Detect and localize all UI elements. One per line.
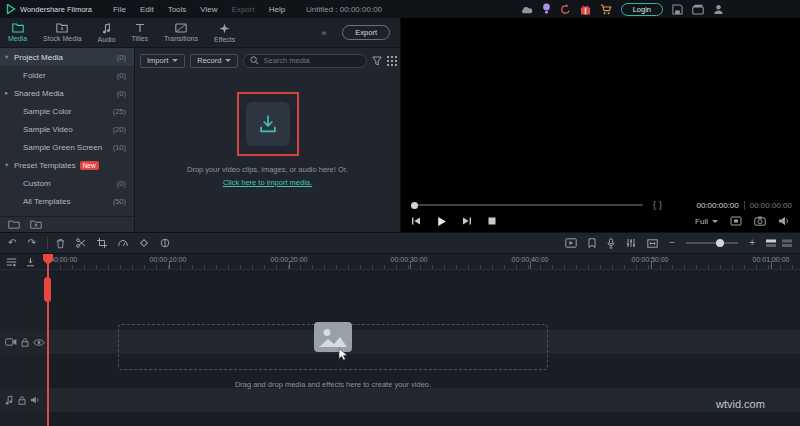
menu-tools[interactable]: Tools [161, 5, 194, 14]
sidebar-item-count: (0) [117, 179, 126, 188]
lock-icon[interactable] [21, 338, 29, 347]
timecode: 00:00:00:0000:00:00:00 [696, 201, 792, 210]
track-compact-icon[interactable] [766, 239, 776, 248]
import-folder-icon[interactable] [8, 220, 20, 229]
new-folder-icon[interactable] [30, 220, 42, 229]
export-button[interactable]: Export [342, 25, 390, 40]
ruler-tools [6, 257, 35, 267]
import-dropdown[interactable]: Import [140, 54, 185, 68]
seek-bar[interactable] [411, 204, 643, 206]
sidebar-item-project-media[interactable]: Project Media (0) [0, 48, 134, 66]
sidebar-item-sample-video[interactable]: Sample Video (20) [0, 120, 134, 138]
bulb-icon[interactable] [542, 3, 551, 15]
sidebar-item-shared-media[interactable]: Shared Media (0) [0, 84, 134, 102]
sidebar-item-sample-green-screen[interactable]: Sample Green Screen (10) [0, 138, 134, 156]
audio-mixer-icon[interactable] [626, 238, 636, 248]
tab-transitions[interactable]: Transitions [156, 18, 206, 47]
play-button[interactable] [436, 216, 447, 227]
sidebar-item-all-templates[interactable]: All Templates (50) [0, 192, 134, 210]
split-icon[interactable] [76, 238, 86, 248]
drop-instructions: Drop your video clips, images, or audio … [135, 165, 400, 174]
fit-screen-icon[interactable] [730, 216, 742, 226]
manage-tracks-icon[interactable] [6, 257, 17, 267]
zoom-to-fit-icon[interactable] [647, 239, 658, 248]
cloud-icon[interactable] [520, 5, 533, 14]
snapshot-camera-icon[interactable] [754, 216, 766, 226]
menu-file[interactable]: File [106, 5, 133, 14]
sidebar-item-custom[interactable]: Custom (0) [0, 174, 134, 192]
keyframe-icon[interactable] [139, 238, 149, 248]
stop-button[interactable] [487, 216, 497, 226]
clapper-icon[interactable] [692, 4, 704, 15]
zoom-in-icon[interactable] [749, 238, 755, 248]
cart-icon[interactable] [600, 4, 612, 15]
search-input[interactable] [263, 56, 360, 65]
search-box[interactable] [243, 54, 367, 68]
menu-help[interactable]: Help [262, 5, 292, 14]
stock-media-icon [56, 23, 68, 33]
mark-out-icon[interactable] [659, 200, 662, 210]
undo-icon[interactable] [8, 238, 16, 248]
quality-label: Full [695, 217, 708, 226]
timeline[interactable]: Drag and drop media and effects here to … [0, 270, 800, 426]
previous-frame-button[interactable] [411, 216, 421, 226]
auto-scroll-icon[interactable] [26, 257, 35, 267]
zoom-slider-handle[interactable] [716, 239, 724, 247]
video-track-icon [5, 338, 17, 346]
tab-audio[interactable]: Audio [90, 18, 124, 47]
playhead-drag-handle[interactable] [44, 277, 51, 302]
tab-stock-media[interactable]: Stock Media [35, 18, 90, 47]
menu-export[interactable]: Export [225, 5, 262, 14]
speed-icon[interactable] [118, 238, 128, 248]
chevron-right-icon[interactable] [5, 89, 14, 97]
ruler-label: 00:00:10:00 [150, 256, 187, 263]
tab-effects[interactable]: Effects [206, 18, 243, 47]
eye-icon[interactable] [33, 339, 45, 346]
color-match-icon[interactable] [160, 238, 170, 248]
menu-edit[interactable]: Edit [133, 5, 161, 14]
delete-icon[interactable] [56, 238, 65, 249]
sidebar-item-sample-color[interactable]: Sample Color (25) [0, 102, 134, 120]
lock-icon[interactable] [18, 396, 26, 405]
import-media-link[interactable]: Click here to import media. [135, 178, 400, 187]
tab-titles[interactable]: Titles [124, 18, 156, 47]
filter-icon[interactable] [372, 56, 382, 66]
tab-label: Audio [98, 36, 116, 43]
titlebar: Wondershare Filmora File Edit Tools View… [0, 0, 800, 18]
sidebar-item-preset-templates[interactable]: Preset Templates New [0, 156, 134, 174]
quality-select[interactable]: Full [695, 217, 718, 226]
filmora-logo-icon [6, 4, 16, 14]
voiceover-mic-icon[interactable] [607, 238, 615, 249]
crop-icon[interactable] [97, 238, 107, 248]
chevron-down-icon[interactable] [5, 53, 14, 61]
ruler-label: 00:00:20:00 [271, 256, 308, 263]
marker-icon[interactable] [588, 238, 596, 248]
render-preview-icon[interactable] [565, 238, 577, 248]
sidebar-item-folder[interactable]: Folder (0) [0, 66, 134, 84]
audio-track[interactable] [0, 388, 800, 412]
speaker-icon[interactable] [778, 216, 790, 226]
mark-in-icon[interactable] [653, 200, 656, 210]
zoom-out-icon[interactable] [669, 238, 675, 248]
grid-view-icon[interactable] [387, 56, 397, 66]
refresh-icon[interactable] [560, 4, 571, 15]
timeline-ruler[interactable]: 00:00:00 00:00:10:00 00:00:20:00 00:00:3… [0, 254, 800, 270]
mute-speaker-icon[interactable] [30, 396, 40, 404]
gift-icon[interactable] [580, 4, 591, 15]
login-button[interactable]: Login [621, 3, 663, 16]
next-frame-button[interactable] [462, 216, 472, 226]
account-icon[interactable] [713, 4, 724, 15]
import-media-tile[interactable] [246, 102, 290, 146]
track-expand-icon[interactable] [782, 239, 792, 248]
seek-handle[interactable] [411, 202, 418, 209]
save-project-icon[interactable] [672, 4, 683, 15]
tab-label: Titles [132, 35, 148, 42]
more-tabs-icon[interactable] [321, 28, 326, 38]
menu-view[interactable]: View [193, 5, 224, 14]
record-dropdown[interactable]: Record [190, 54, 238, 68]
chevron-down-icon[interactable] [5, 161, 14, 169]
zoom-slider[interactable] [686, 242, 738, 244]
redo-icon[interactable] [27, 238, 35, 248]
tab-media[interactable]: Media [0, 18, 35, 47]
sidebar-item-count: (0) [117, 71, 126, 80]
